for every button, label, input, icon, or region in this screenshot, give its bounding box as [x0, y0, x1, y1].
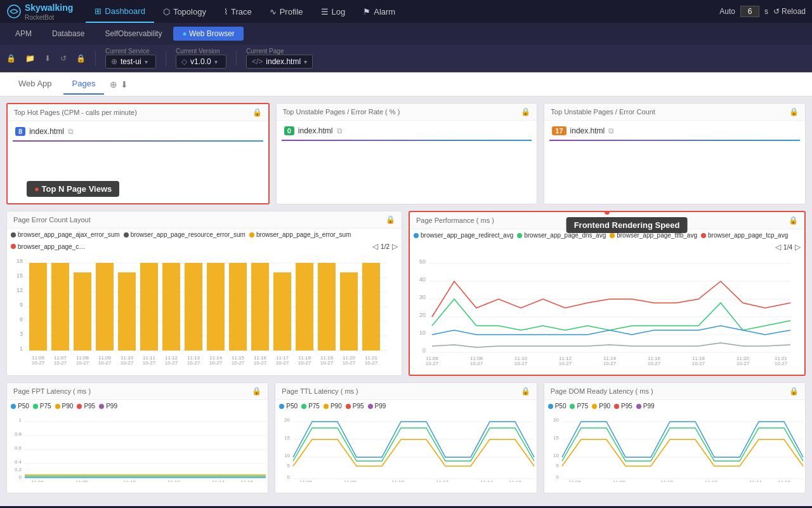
- legend-other-error-dot: [11, 244, 16, 249]
- log-icon: ☰: [321, 7, 329, 17]
- logo: Skywalking RocketBot: [6, 3, 73, 21]
- hot-pages-copy-icon[interactable]: ⧉: [68, 127, 74, 136]
- tab-add-icon[interactable]: ⊕: [110, 79, 117, 90]
- refresh-icon: ↺: [60, 54, 67, 63]
- performance-chart-panel: Page Performance ( ms ) 🔒 browser_app_pa…: [409, 211, 806, 376]
- legend-resource-error: browser_app_page_resource_error_sum: [124, 231, 246, 238]
- settings-icon: 🔒: [76, 54, 86, 63]
- svg-text:10-27: 10-27: [209, 360, 223, 364]
- download-icon: ⬇: [44, 54, 51, 63]
- svg-text:10: 10: [284, 453, 290, 458]
- svg-text:20: 20: [553, 417, 559, 423]
- auto-interval-input[interactable]: [740, 6, 759, 17]
- svg-rect-17: [74, 272, 91, 351]
- prev-perf-legend-button[interactable]: ◁: [775, 243, 781, 251]
- nav-trace[interactable]: ⌇ Trace: [215, 0, 261, 23]
- nav-topology[interactable]: ⬡ Topology: [154, 0, 215, 23]
- tab-web-app[interactable]: Web App: [10, 74, 61, 95]
- svg-rect-28: [318, 263, 336, 351]
- profile-icon: ∿: [270, 7, 277, 17]
- hot-pages-item-label: index.html: [29, 127, 64, 136]
- svg-text:10-27: 10-27: [365, 360, 378, 364]
- error-count-legend-nav: ◁ 1/2 ▷: [372, 242, 398, 251]
- fpt-p99-dot: [99, 404, 104, 409]
- ttl-p50: P50: [279, 403, 298, 410]
- nav-log[interactable]: ☰ Log: [312, 0, 355, 23]
- prev-legend-button[interactable]: ◁: [372, 242, 378, 251]
- svg-text:10-27: 10-27: [648, 361, 661, 365]
- svg-text:9: 9: [20, 302, 23, 308]
- sub-nav-database[interactable]: Database: [43, 27, 93, 41]
- svg-rect-19: [118, 272, 136, 351]
- sub-nav-web-browser[interactable]: ● Web Browser: [173, 27, 243, 41]
- ttl-p90-dot: [324, 404, 329, 409]
- sub-nav-web-browser-label: Web Browser: [189, 29, 235, 38]
- fpt-p50-label: P50: [18, 403, 29, 410]
- error-rate-lock-icon: 🔒: [521, 107, 530, 116]
- ttl-p99-label: P99: [375, 403, 386, 410]
- error-count-chart-panel: Page Error Count Layout 🔒 browser_app_pa…: [6, 211, 402, 376]
- svg-text:10-27: 10-27: [98, 360, 112, 364]
- svg-rect-22: [185, 263, 202, 351]
- error-count-copy-icon[interactable]: ⧉: [608, 126, 614, 135]
- ttl-p95-label: P95: [353, 403, 364, 410]
- sub-nav-self-observability[interactable]: SelfObservability: [96, 27, 171, 41]
- performance-chart-title: Page Performance ( ms ): [416, 217, 494, 224]
- nav-alarm[interactable]: ⚑ Alarm: [354, 0, 404, 23]
- error-rate-panel: Top Unstable Pages / Error Rate ( % ) 🔒 …: [276, 103, 538, 204]
- ttl-latency-header: Page TTL Latency ( ms ) 🔒: [275, 383, 536, 400]
- current-service-select[interactable]: ⊕ test-ui ▾: [105, 55, 156, 69]
- reload-button[interactable]: ↺ Reload: [773, 7, 806, 16]
- current-service-group[interactable]: Current Service ⊕ test-ui ▾: [105, 48, 156, 69]
- fpt-latency-header: Page FPT Latency ( ms ) 🔒: [7, 383, 268, 400]
- svg-rect-25: [251, 263, 269, 351]
- current-version-select[interactable]: ◇ v1.0.0 ▾: [176, 55, 226, 69]
- svg-text:11:10: 11:10: [391, 479, 405, 482]
- dom-ready-chart: 20 15 10 5 0 11:06 11:08 11:10 1: [544, 412, 805, 482]
- error-rate-progress-bar: [282, 140, 532, 141]
- page-chevron-icon: ▾: [304, 58, 307, 65]
- fpt-chart: 1 0.8 0.6 0.4 0.2 0 11:06 11:08: [7, 412, 268, 482]
- error-count-progress-bar: [549, 140, 800, 141]
- next-legend-button[interactable]: ▷: [392, 242, 398, 251]
- current-page-group[interactable]: Current Page </> index.html ▾: [246, 48, 313, 69]
- nav-profile[interactable]: ∿ Profile: [261, 0, 312, 23]
- error-count-title: Top Unstable Pages / Error Count: [551, 108, 655, 116]
- tab-download-icon[interactable]: ⬇: [121, 79, 128, 90]
- svg-text:10-27: 10-27: [76, 360, 89, 364]
- ttl-p95: P95: [346, 403, 364, 410]
- tab-pages[interactable]: Pages: [63, 74, 105, 95]
- next-perf-legend-button[interactable]: ▷: [795, 243, 801, 251]
- svg-text:0: 0: [19, 474, 22, 480]
- fpt-latency-title: Page FPT Latency ( ms ): [13, 387, 91, 395]
- svg-text:11:06: 11:06: [568, 479, 582, 482]
- fpt-p99-label: P99: [106, 403, 117, 410]
- sub-nav-apm[interactable]: APM: [6, 27, 41, 41]
- current-page-select[interactable]: </> index.html ▾: [246, 55, 313, 69]
- toolbar-divider-3: [236, 51, 237, 66]
- error-rate-copy-icon[interactable]: ⧉: [337, 126, 343, 135]
- svg-rect-16: [51, 263, 69, 351]
- svg-text:11:14: 11:14: [749, 479, 763, 482]
- performance-tooltip-text: Frontend Rendering Speed: [574, 220, 680, 230]
- svg-text:15: 15: [284, 435, 290, 441]
- error-count-lock-icon: 🔒: [789, 107, 799, 116]
- nav-dashboard[interactable]: ⊞ Dashboard: [86, 0, 154, 23]
- legend-tcp-dot: [701, 233, 706, 238]
- top-panels-row: Top Hot Pages (CPM - calls per minute) 🔒…: [6, 103, 806, 204]
- dom-ready-title: Page DOM Ready Latency ( ms ): [551, 387, 653, 395]
- dom-p50-dot: [548, 404, 553, 409]
- toolbar-download-group: ⬇: [44, 54, 51, 63]
- ttl-latency-title: Page TTL Latency ( ms ): [282, 387, 358, 395]
- middle-panels-row: Page Error Count Layout 🔒 browser_app_pa…: [6, 211, 806, 376]
- svg-text:18: 18: [16, 258, 23, 264]
- svg-text:20: 20: [419, 312, 426, 318]
- svg-text:10-27: 10-27: [343, 360, 356, 364]
- error-count-item-label: index.html: [570, 126, 605, 135]
- reload-icon: ↺: [773, 7, 780, 16]
- svg-text:5: 5: [287, 463, 291, 469]
- legend-redirect-dot: [414, 233, 419, 238]
- current-version-group[interactable]: Current Version ◇ v1.0.0 ▾: [176, 48, 226, 69]
- svg-rect-23: [207, 263, 225, 351]
- svg-rect-24: [229, 263, 247, 351]
